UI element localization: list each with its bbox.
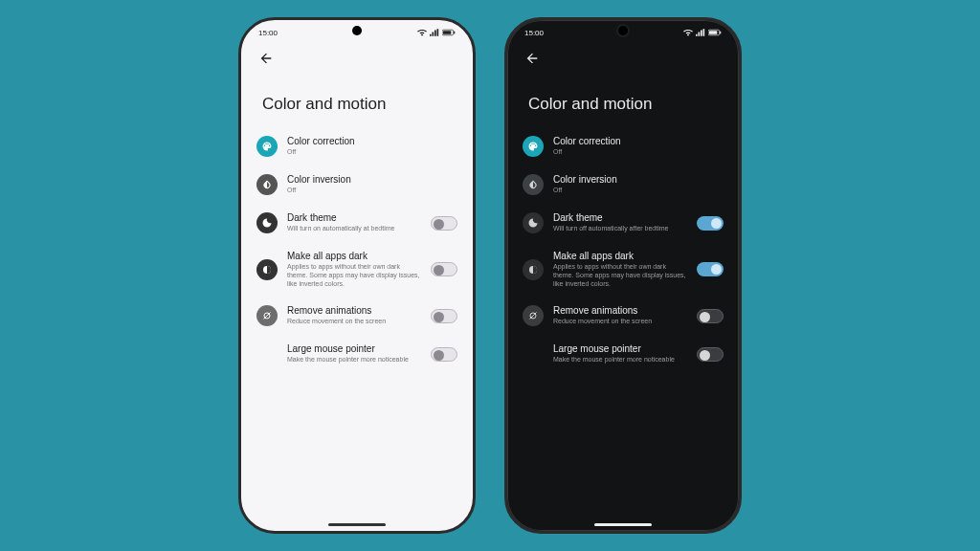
settings-list: Color correction Off Color inversion Off… xyxy=(241,127,473,373)
item-label: Large mouse pointer xyxy=(287,343,421,355)
item-dark-theme[interactable]: Dark theme Will turn off automatically a… xyxy=(511,204,735,242)
page-title: Color and motion xyxy=(241,70,473,127)
back-button[interactable] xyxy=(256,49,276,68)
large-mouse-pointer-toggle[interactable] xyxy=(697,347,724,362)
item-label: Color correction xyxy=(553,136,724,147)
invert-colors-icon xyxy=(523,174,544,195)
animation-off-icon xyxy=(523,305,544,326)
item-label: Make all apps dark xyxy=(287,251,421,262)
arrow-back-icon xyxy=(524,51,540,66)
svg-rect-7 xyxy=(709,31,717,34)
front-camera xyxy=(618,26,628,35)
item-sublabel: Off xyxy=(287,148,457,157)
status-time: 15:00 xyxy=(524,29,544,37)
item-sublabel: Will turn on automatically at bedtime xyxy=(287,225,421,233)
contrast-icon xyxy=(523,259,544,280)
status-time: 15:00 xyxy=(258,29,278,37)
item-label: Make all apps dark xyxy=(553,251,687,262)
status-icons xyxy=(417,29,456,36)
app-bar xyxy=(241,39,473,70)
item-sublabel: Reduce movement on the screen xyxy=(553,318,687,326)
palette-icon xyxy=(523,136,544,157)
item-color-inversion[interactable]: Color inversion Off xyxy=(511,165,735,204)
settings-list: Color correction Off Color inversion Off… xyxy=(507,127,739,373)
item-label: Dark theme xyxy=(553,212,687,224)
svg-rect-1 xyxy=(443,31,451,34)
item-color-correction[interactable]: Color correction Off xyxy=(511,127,735,165)
item-large-mouse-pointer[interactable]: Large mouse pointer Make the mouse point… xyxy=(511,335,735,373)
large-mouse-pointer-toggle[interactable] xyxy=(431,347,457,362)
remove-animations-toggle[interactable] xyxy=(431,309,457,323)
item-sublabel: Reduce movement on the screen xyxy=(287,318,421,326)
make-all-apps-dark-toggle[interactable] xyxy=(431,262,457,276)
animation-off-icon xyxy=(256,305,278,326)
remove-animations-toggle[interactable] xyxy=(697,309,724,323)
make-all-apps-dark-toggle[interactable] xyxy=(697,262,724,276)
item-label: Large mouse pointer xyxy=(553,343,687,355)
battery-icon xyxy=(442,29,456,36)
item-label: Color correction xyxy=(287,136,457,147)
svg-rect-2 xyxy=(454,32,455,34)
item-label: Remove animations xyxy=(287,305,421,317)
item-make-all-apps-dark[interactable]: Make all apps dark Applies to apps witho… xyxy=(511,242,735,297)
item-dark-theme[interactable]: Dark theme Will turn on automatically at… xyxy=(245,204,469,242)
dark-mode-icon xyxy=(523,212,544,233)
gesture-navbar[interactable] xyxy=(328,523,386,526)
signal-icon xyxy=(430,29,439,36)
app-bar xyxy=(507,39,739,70)
svg-rect-8 xyxy=(720,32,721,34)
front-camera xyxy=(352,26,362,35)
contrast-icon xyxy=(256,259,278,280)
item-label: Color inversion xyxy=(553,174,724,186)
item-color-correction[interactable]: Color correction Off xyxy=(245,127,469,165)
item-sublabel: Make the mouse pointer more noticeable xyxy=(287,356,421,364)
gesture-navbar[interactable] xyxy=(594,523,652,526)
item-label: Color inversion xyxy=(287,174,457,186)
item-sublabel: Off xyxy=(287,187,457,195)
palette-icon xyxy=(256,136,278,157)
item-label: Remove animations xyxy=(553,305,687,317)
item-label: Dark theme xyxy=(287,212,421,224)
item-sublabel: Off xyxy=(553,187,724,195)
invert-colors-icon xyxy=(256,174,278,195)
dark-theme-toggle[interactable] xyxy=(431,216,457,231)
item-large-mouse-pointer[interactable]: Large mouse pointer Make the mouse point… xyxy=(245,335,469,373)
phone-frame-dark: 15:00 Color and motion Color correction … xyxy=(504,17,742,534)
item-remove-animations[interactable]: Remove animations Reduce movement on the… xyxy=(245,297,469,335)
item-sublabel: Applies to apps without their own dark t… xyxy=(287,263,421,288)
wifi-icon xyxy=(683,29,693,36)
battery-icon xyxy=(708,29,722,36)
item-sublabel: Off xyxy=(553,148,724,157)
wifi-icon xyxy=(417,29,427,36)
item-sublabel: Make the mouse pointer more noticeable xyxy=(553,356,687,364)
item-sublabel: Applies to apps without their own dark t… xyxy=(553,263,687,288)
item-color-inversion[interactable]: Color inversion Off xyxy=(245,165,469,204)
page-title: Color and motion xyxy=(507,70,739,127)
dark-theme-toggle[interactable] xyxy=(697,216,724,231)
back-button[interactable] xyxy=(523,49,542,68)
item-make-all-apps-dark[interactable]: Make all apps dark Applies to apps witho… xyxy=(245,242,469,297)
phone-frame-light: 15:00 Color and motion Color correction … xyxy=(238,17,476,534)
signal-icon xyxy=(696,29,705,36)
item-sublabel: Will turn off automatically after bedtim… xyxy=(553,225,687,233)
status-icons xyxy=(683,29,722,36)
arrow-back-icon xyxy=(258,51,274,66)
item-remove-animations[interactable]: Remove animations Reduce movement on the… xyxy=(511,297,735,335)
dark-mode-icon xyxy=(256,212,278,233)
